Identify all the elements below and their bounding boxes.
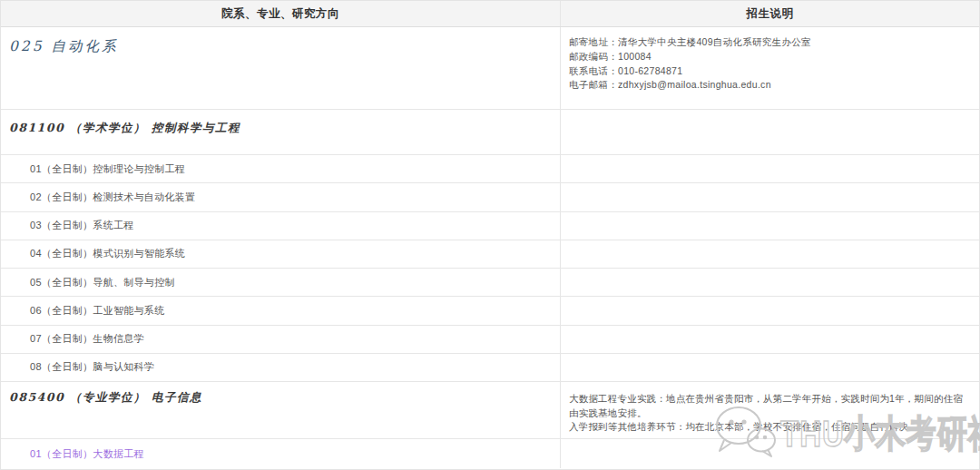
table-row: 01（全日制）大数据工程 [1, 439, 979, 468]
column-header-programs: 院系、专业、研究方向 [1, 1, 561, 26]
academic-major-title: 081100 （学术学位） 控制科学与工程 [1, 110, 561, 154]
admissions-table: 院系、专业、研究方向 招生说明 025 自动化系 邮寄地址：清华大学中央主楼40… [0, 0, 980, 470]
table-row: 07（全日制）生物信息学 [1, 326, 979, 354]
table-header-row: 院系、专业、研究方向 招生说明 [1, 1, 979, 27]
department-title: 025 自动化系 [1, 27, 561, 109]
table-row: 05（全日制）导航、制导与控制 [1, 269, 979, 297]
contact-postcode: 邮政编码：100084 [569, 50, 970, 64]
direction-01: 01（全日制）控制理论与控制工程 [1, 155, 561, 182]
note-enrollment: 入学报到等其他培养环节：均在北京本部，学校不安排住宿，住宿问题自行解决。 [569, 420, 970, 435]
academic-major-row: 081100 （学术学位） 控制科学与工程 [1, 110, 979, 155]
direction-07: 07（全日制）生物信息学 [1, 326, 561, 353]
table-row: 04（全日制）模式识别与智能系统 [1, 240, 979, 269]
column-header-notes: 招生说明 [561, 1, 979, 26]
table-row: 02（全日制）检测技术与自动化装置 [1, 183, 979, 211]
contact-phone: 联系电话：010-62784871 [569, 64, 970, 79]
direction-04: 04（全日制）模式识别与智能系统 [1, 240, 561, 268]
direction-bigdata-link[interactable]: 01（全日制）大数据工程 [1, 439, 561, 468]
direction-03: 03（全日制）系统工程 [1, 212, 561, 240]
contact-email: 电子邮箱：zdhxyjsb@mailoa.tsinghua.edu.cn [569, 78, 970, 93]
table-row: 01（全日制）控制理论与控制工程 [1, 155, 979, 183]
note-practice: 大数据工程专业实践：地点在贵州省贵阳市，从第二学年开始，实践时间为1年，期间的住… [569, 392, 970, 420]
department-row: 025 自动化系 邮寄地址：清华大学中央主楼409自动化系研究生办公室 邮政编码… [1, 27, 979, 110]
academic-major-notes-empty [561, 110, 979, 154]
table-row: 08（全日制）脑与认知科学 [1, 354, 979, 382]
direction-08: 08（全日制）脑与认知科学 [1, 354, 561, 381]
table-row: 06（全日制）工业智能与系统 [1, 297, 979, 325]
direction-06: 06（全日制）工业智能与系统 [1, 297, 561, 324]
professional-major-note: 大数据工程专业实践：地点在贵州省贵阳市，从第二学年开始，实践时间为1年，期间的住… [561, 382, 979, 438]
department-contact-info: 邮寄地址：清华大学中央主楼409自动化系研究生办公室 邮政编码：100084 联… [561, 27, 979, 109]
direction-02: 02（全日制）检测技术与自动化装置 [1, 183, 561, 211]
professional-major-title: 085400 （专业学位） 电子信息 [1, 382, 561, 438]
contact-address: 邮寄地址：清华大学中央主楼409自动化系研究生办公室 [569, 35, 970, 50]
professional-major-row: 085400 （专业学位） 电子信息 大数据工程专业实践：地点在贵州省贵阳市，从… [1, 382, 979, 439]
direction-05: 05（全日制）导航、制导与控制 [1, 269, 561, 296]
table-row: 03（全日制）系统工程 [1, 212, 979, 240]
